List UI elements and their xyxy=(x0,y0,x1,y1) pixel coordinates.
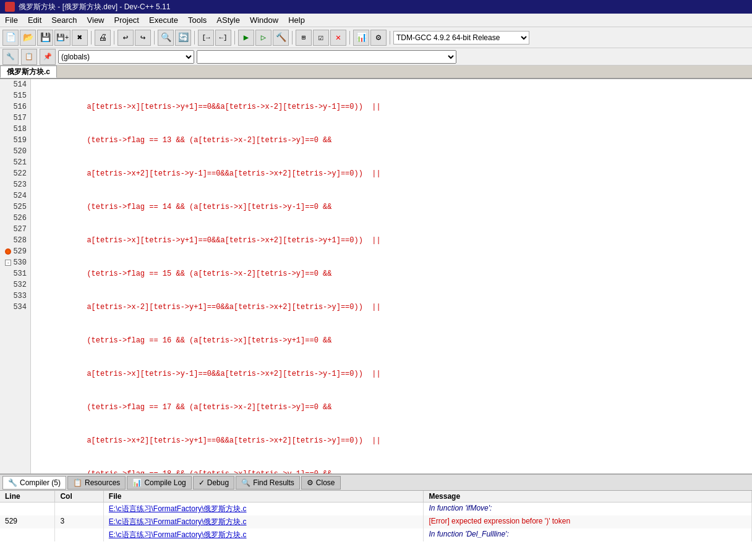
code-line-516: a[tetris->x+2][tetris->y-1]==0&&a[tetris… xyxy=(33,168,752,179)
code-line-518: a[tetris->x][tetris->y+1]==0&&a[tetris->… xyxy=(33,235,752,246)
run-button[interactable]: ▷ xyxy=(255,30,271,46)
ln-529: 529 xyxy=(4,246,27,257)
toolbar-sep-7 xyxy=(349,31,350,45)
tb2-btn2[interactable]: 📋 xyxy=(21,49,37,65)
title-text: 俄罗斯方块 - [俄罗斯方块.dev] - Dev-C++ 5.11 xyxy=(19,2,170,12)
error-file-1[interactable]: E:\c语言练习\FormatFactory\俄罗斯方块.c xyxy=(103,515,424,528)
error-row-0: E:\c语言练习\FormatFactory\俄罗斯方块.c In functi… xyxy=(0,503,752,516)
ln-533: 533 xyxy=(4,291,27,302)
main-toolbar: 📄 📂 💾 💾+ ✖ 🖨 ↩ ↪ 🔍 🔄 [→ ←] ▶ ▷ 🔨 ⊞ ☑ ✕ 📊… xyxy=(0,27,752,48)
title-bar: 俄罗斯方块 - [俄罗斯方块.dev] - Dev-C++ 5.11 xyxy=(0,0,752,14)
editor: 514 515 516 517 518 519 520 521 522 523 … xyxy=(0,79,752,473)
chart-button[interactable]: 📊 xyxy=(353,30,369,46)
btab-compiler[interactable]: 🔧 Compiler (5) xyxy=(2,476,66,490)
menu-edit[interactable]: Edit xyxy=(23,14,46,26)
tab-bar: 俄罗斯方块.c xyxy=(0,66,752,79)
error-line-0 xyxy=(0,503,55,516)
compiler-combo[interactable]: TDM-GCC 4.9.2 64-bit Release xyxy=(393,31,529,45)
menu-execute[interactable]: Execute xyxy=(144,14,183,26)
btab-compilelog[interactable]: 📊 Compile Log xyxy=(127,476,191,490)
btab-compiler-label: Compiler (5) xyxy=(20,478,61,487)
code-line-525: (tetris->flag == 18 && (a[tetris->x][tet… xyxy=(33,469,752,473)
stop-button[interactable]: ✕ xyxy=(330,30,346,46)
new-button[interactable]: 📄 xyxy=(2,30,19,46)
bottom-content: Line Col File Message E:\c语言练习\FormatFac… xyxy=(0,491,752,560)
profiles-button[interactable]: ⊞ xyxy=(296,30,312,46)
collapse-530[interactable]: - xyxy=(5,260,11,266)
btab-findresults[interactable]: 🔍 Find Results xyxy=(236,476,300,490)
replace-button[interactable]: 🔄 xyxy=(175,30,191,46)
tab-filename: 俄罗斯方块.c xyxy=(7,67,50,77)
save-button[interactable]: 💾 xyxy=(37,30,53,46)
menu-search[interactable]: Search xyxy=(46,14,82,26)
find-button[interactable]: 🔍 xyxy=(158,30,174,46)
menu-astyle[interactable]: AStyle xyxy=(212,14,245,26)
ln-527: 527 xyxy=(4,224,27,235)
compile-button[interactable]: 🔨 xyxy=(273,30,289,46)
btab-close-icon: ⚙ xyxy=(307,478,314,487)
code-line-515: (tetris->flag == 13 && (a[tetris->x-2][t… xyxy=(33,135,752,146)
ln-526: 526 xyxy=(4,213,27,224)
error-row-1: 529 3 E:\c语言练习\FormatFactory\俄罗斯方块.c [Er… xyxy=(0,515,752,528)
error-col-1: 3 xyxy=(55,515,103,528)
function-combo[interactable] xyxy=(197,50,456,64)
globals-combo[interactable]: (globals) xyxy=(58,50,194,64)
col-line: Line xyxy=(0,491,55,503)
toolbar-sep-8 xyxy=(390,31,390,45)
menu-help[interactable]: Help xyxy=(283,14,310,26)
menu-window[interactable]: Window xyxy=(245,14,283,26)
btab-resources-icon: 📋 xyxy=(73,478,82,487)
error-line-1: 529 xyxy=(0,515,55,528)
error-col-2 xyxy=(55,528,103,541)
code-line-517: (tetris->flag == 14 && (a[tetris->x][tet… xyxy=(33,202,752,213)
app-icon xyxy=(5,2,15,12)
line-numbers: 514 515 516 517 518 519 520 521 522 523 … xyxy=(0,79,31,473)
code-line-521: (tetris->flag == 16 && (a[tetris->x][tet… xyxy=(33,335,752,346)
check-button[interactable]: ☑ xyxy=(313,30,329,46)
tb2-btn1[interactable]: 🔧 xyxy=(2,49,19,65)
unindent-button[interactable]: ←] xyxy=(215,30,231,46)
indent-button[interactable]: [→ xyxy=(198,30,214,46)
btab-close[interactable]: ⚙ Close xyxy=(301,476,341,490)
error-row-2: E:\c语言练习\FormatFactory\俄罗斯方块.c In functi… xyxy=(0,528,752,541)
toolbar-sep-2 xyxy=(114,31,114,45)
toolbar-sep-3 xyxy=(154,31,155,45)
code-line-523: (tetris->flag == 17 && (a[tetris->x-2][t… xyxy=(33,402,752,413)
btab-resources-label: Resources xyxy=(85,478,120,487)
btab-resources[interactable]: 📋 Resources xyxy=(67,476,126,490)
ln-516: 516 xyxy=(4,101,27,112)
ln-524: 524 xyxy=(4,190,27,202)
error-file-2[interactable]: E:\c语言练习\FormatFactory\俄罗斯方块.c xyxy=(103,528,424,541)
error-table: Line Col File Message E:\c语言练习\FormatFac… xyxy=(0,491,752,541)
error-line-2 xyxy=(0,528,55,541)
ln-514: 514 xyxy=(4,79,27,90)
btab-close-label: Close xyxy=(316,478,335,487)
compile-run-button[interactable]: ▶ xyxy=(238,30,254,46)
settings-button[interactable]: ⚙ xyxy=(370,30,387,46)
menu-file[interactable]: File xyxy=(0,14,23,26)
col-message: Message xyxy=(424,491,752,503)
toolbar-sep-4 xyxy=(194,31,195,45)
redo-button[interactable]: ↪ xyxy=(135,30,151,46)
print-button[interactable]: 🖨 xyxy=(95,30,111,46)
code-line-524: a[tetris->x+2][tetris->y+1]==0&&a[tetris… xyxy=(33,435,752,446)
menu-tools[interactable]: Tools xyxy=(183,14,212,26)
error-msg-2: In function 'Del_Fullline': xyxy=(424,528,752,541)
ln-520: 520 xyxy=(4,146,27,157)
open-button[interactable]: 📂 xyxy=(20,30,36,46)
error-file-0[interactable]: E:\c语言练习\FormatFactory\俄罗斯方块.c xyxy=(103,503,424,516)
toolbar-sep-5 xyxy=(234,31,235,45)
save-all-button[interactable]: 💾+ xyxy=(54,30,70,46)
code-line-522: a[tetris->x][tetris->y-1]==0&&a[tetris->… xyxy=(33,368,752,380)
menu-view[interactable]: View xyxy=(82,14,109,26)
code-content[interactable]: a[tetris->x][tetris->y+1]==0&&a[tetris->… xyxy=(31,79,752,473)
close-file-button[interactable]: ✖ xyxy=(72,30,88,46)
tb2-btn3[interactable]: 📌 xyxy=(40,49,56,65)
btab-debug[interactable]: ✓ Debug xyxy=(193,476,234,490)
file-tab[interactable]: 俄罗斯方块.c xyxy=(0,66,57,78)
undo-button[interactable]: ↩ xyxy=(118,30,134,46)
btab-compilelog-label: Compile Log xyxy=(144,478,186,487)
menu-project[interactable]: Project xyxy=(109,14,144,26)
code-line-514: a[tetris->x][tetris->y+1]==0&&a[tetris->… xyxy=(33,101,752,112)
ln-519: 519 xyxy=(4,135,27,146)
